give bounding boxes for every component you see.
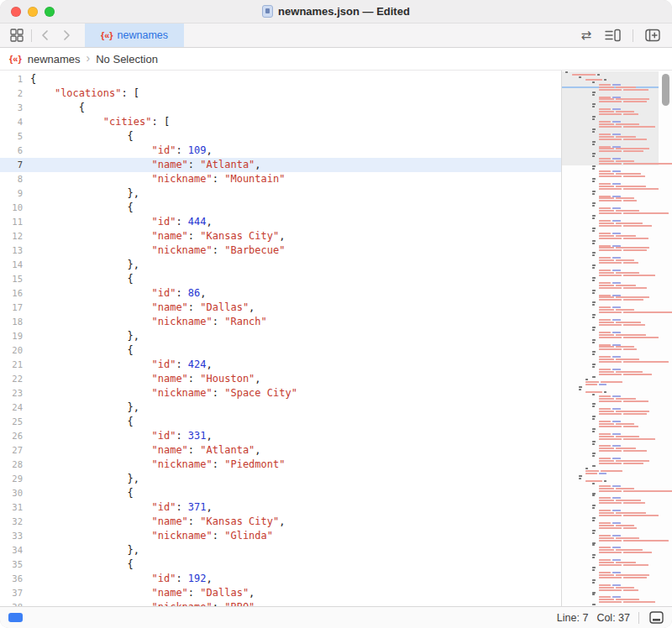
close-window-button[interactable]: [11, 7, 21, 17]
code-line[interactable]: 31 "id": 371,: [0, 500, 561, 515]
code-line[interactable]: 20 {: [0, 343, 561, 358]
minimap-bar: [623, 426, 638, 427]
code-line[interactable]: 9 },: [0, 186, 561, 201]
code-line[interactable]: 33 "nickname": "Glinda": [0, 529, 561, 543]
minimap-bar: [572, 74, 596, 76]
minimap-bar: [599, 522, 611, 524]
code-line[interactable]: 32 "name": "Kansas City",: [0, 515, 561, 529]
minimap-bar: [612, 356, 621, 358]
minimap-toggle-icon[interactable]: [603, 27, 622, 44]
code-line[interactable]: 36 "id": 192,: [0, 572, 561, 586]
minimap-bar: [616, 86, 636, 88]
code-line[interactable]: 24 },: [0, 400, 561, 415]
code-line[interactable]: 37 "name": "Dallas",: [0, 586, 561, 600]
minimap-bar: [599, 111, 614, 113]
line-number: 20: [0, 343, 30, 358]
minimap-bar: [599, 490, 622, 492]
code-line[interactable]: 14 },: [0, 258, 561, 272]
code-line[interactable]: 4 "cities": [: [0, 115, 561, 129]
code-line[interactable]: 30 {: [0, 486, 561, 500]
cursor-position: Line: 7 Col: 37: [557, 610, 665, 625]
code-line[interactable]: 1{: [0, 72, 561, 86]
minimap-bar: [612, 233, 621, 234]
code-line[interactable]: 8 "nickname": "Mountain": [0, 172, 561, 186]
code-line[interactable]: 22 "name": "Houston",: [0, 372, 561, 386]
minimap-bar: [616, 173, 641, 175]
code-line[interactable]: 18 "nickname": "Ranch": [0, 315, 561, 329]
code-line[interactable]: 11 "id": 444,: [0, 215, 561, 229]
minimap[interactable]: [561, 71, 672, 606]
code-line[interactable]: 23 "nickname": "Space City": [0, 386, 561, 400]
breadcrumb-file[interactable]: newnames: [28, 53, 81, 65]
code-text: "id": 86,: [30, 286, 207, 301]
breadcrumb-selection[interactable]: No Selection: [96, 53, 158, 65]
code-line[interactable]: 26 "id": 331,: [0, 429, 561, 443]
minimap-bar: [592, 418, 595, 420]
editor-bottom-bar-icon[interactable]: [648, 610, 665, 625]
go-forward-icon[interactable]: [59, 27, 74, 44]
minimap-bar: [599, 398, 614, 400]
minimap-bar: [612, 121, 621, 123]
code-line[interactable]: 25 {: [0, 415, 561, 429]
minimap-bar: [612, 522, 621, 524]
minimap-bar: [579, 478, 581, 479]
minimap-bar: [599, 84, 611, 86]
code-line[interactable]: 2 "locations": [: [0, 86, 561, 101]
code-line[interactable]: 5 {: [0, 129, 561, 144]
code-line[interactable]: 13 "nickname": "Barbecue": [0, 243, 561, 258]
scrollbar-thumb[interactable]: [662, 74, 669, 106]
minimap-bar: [599, 527, 622, 529]
tab-newnames[interactable]: {«} newnames: [85, 24, 184, 47]
minimap-bar: [592, 191, 596, 192]
code-line[interactable]: 10 {: [0, 201, 561, 215]
code-editor[interactable]: 1{2 "locations": [3 {4 "cities": [5 {6 "…: [0, 71, 561, 606]
minimap-bar: [592, 280, 595, 281]
code-line[interactable]: 12 "name": "Kansas City",: [0, 229, 561, 243]
code-line[interactable]: 6 "id": 109,: [0, 144, 561, 158]
code-line[interactable]: 34 },: [0, 543, 561, 557]
related-items-icon[interactable]: [8, 27, 25, 44]
code-line[interactable]: 3 {: [0, 101, 561, 115]
minimap-bar: [599, 358, 614, 360]
minimap-bar: [623, 101, 647, 102]
minimap-bar: [599, 158, 611, 160]
minimap-bar: [616, 562, 636, 563]
minimap-bar: [601, 381, 622, 383]
code-line[interactable]: 19 },: [0, 329, 561, 343]
minimap-bar: [599, 247, 614, 249]
minimap-bar: [616, 247, 649, 249]
minimap-bar: [599, 113, 622, 115]
minimap-bar: [592, 252, 596, 254]
code-line[interactable]: 35 {: [0, 557, 561, 572]
code-line[interactable]: 17 "name": "Dallas",: [0, 301, 561, 315]
divider: [633, 29, 633, 42]
minimap-bar: [616, 148, 649, 149]
minimap-bar: [623, 490, 672, 492]
code-line[interactable]: 27 "name": "Atlanta",: [0, 443, 561, 458]
minimap-bar: [592, 103, 596, 105]
minimap-bar: [599, 299, 622, 301]
code-line[interactable]: 38 "nickname": "BBQ": [0, 600, 561, 606]
minimap-bar: [599, 552, 622, 553]
minimap-bar: [599, 463, 622, 464]
code-line[interactable]: 15 {: [0, 272, 561, 286]
divider: [638, 612, 639, 624]
code-line[interactable]: 28 "nickname": "Piedmont": [0, 458, 561, 472]
swap-editor-icon[interactable]: ⇄: [579, 28, 593, 44]
line-number: 29: [0, 472, 30, 486]
code-line[interactable]: 16 "id": 86,: [0, 286, 561, 301]
code-line[interactable]: 21 "id": 424,: [0, 358, 561, 372]
code-text: {: [30, 415, 134, 429]
minimap-bar: [592, 495, 595, 496]
minimap-bar: [599, 408, 611, 410]
minimap-bar: [592, 557, 595, 558]
divider: [31, 29, 32, 42]
minimap-bar: [592, 277, 596, 279]
minimize-window-button[interactable]: [28, 7, 38, 17]
add-editor-icon[interactable]: [643, 27, 662, 44]
zoom-window-button[interactable]: [45, 7, 55, 17]
code-line[interactable]: 7 "name": "Atlanta",: [0, 158, 561, 172]
code-line[interactable]: 29 },: [0, 472, 561, 486]
minimap-bar: [599, 502, 622, 504]
go-back-icon[interactable]: [38, 27, 53, 44]
